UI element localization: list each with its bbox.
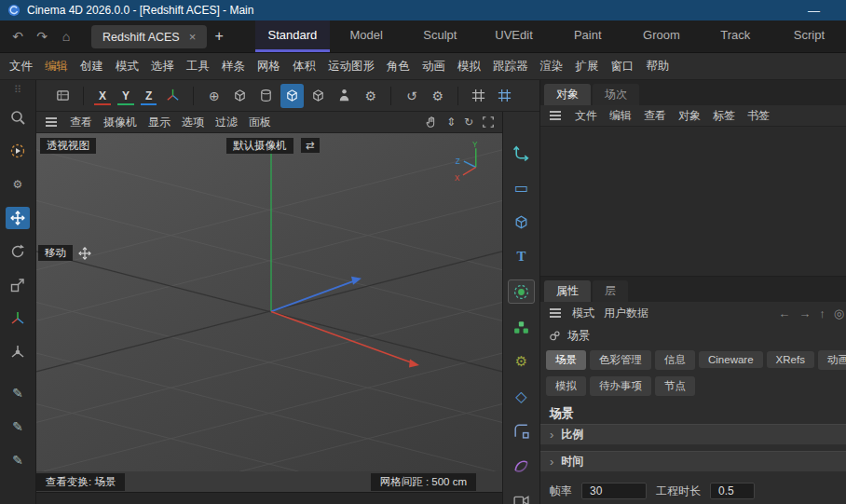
cloner-button[interactable] xyxy=(509,316,534,338)
category-xrefs-button[interactable]: XRefs xyxy=(767,351,814,368)
coordinate-system-button[interactable] xyxy=(6,341,30,363)
category-scene-button[interactable]: 场景 xyxy=(546,350,586,370)
menu-item-tracker[interactable]: 跟踪器 xyxy=(493,59,528,75)
live-selection-button[interactable] xyxy=(6,140,30,162)
metaball-button[interactable]: ◇ xyxy=(509,385,534,407)
category-nodes-button[interactable]: 节点 xyxy=(655,376,695,396)
category-info-button[interactable]: 信息 xyxy=(655,350,695,370)
tab-attributes[interactable]: 属性 xyxy=(544,280,591,302)
character-tool-button[interactable] xyxy=(333,84,356,108)
grip-handle-icon[interactable]: ⠿ xyxy=(6,84,30,95)
close-tab-icon[interactable]: × xyxy=(189,30,197,44)
tab-objects[interactable]: 对象 xyxy=(544,84,591,105)
workspace-tab-sculpt[interactable]: Sculpt xyxy=(403,20,477,52)
menu-item-tools[interactable]: 工具 xyxy=(186,59,210,75)
search-commander-button[interactable] xyxy=(6,106,30,129)
pan-hand-icon[interactable] xyxy=(425,116,438,129)
back-icon[interactable]: ← xyxy=(778,306,790,320)
undo-button[interactable]: ↶ xyxy=(6,20,30,52)
tweak-mode-button[interactable]: ⚙ xyxy=(6,173,30,196)
axis-tool-button[interactable] xyxy=(6,307,30,330)
vp-menu-options[interactable]: 选项 xyxy=(182,115,204,130)
user-data-dropdown[interactable]: 用户数据 xyxy=(604,306,648,321)
spline-pen-button[interactable]: ✎ xyxy=(6,449,30,471)
group-scale[interactable]: › 比例 xyxy=(540,424,846,445)
menu-item-spline[interactable]: 样条 xyxy=(222,59,245,75)
attribute-menu-icon[interactable] xyxy=(550,312,561,314)
workspace-tab-paint[interactable]: Paint xyxy=(551,20,624,52)
menu-item-mograph[interactable]: 运动图形 xyxy=(328,59,375,75)
forward-icon[interactable]: → xyxy=(798,306,811,320)
fps-input[interactable]: 30 xyxy=(581,483,647,499)
scale-tool-button[interactable] xyxy=(6,274,30,296)
axis-lock-x-button[interactable]: X xyxy=(94,87,111,105)
frame-all-icon[interactable] xyxy=(482,116,495,129)
om-menu-view[interactable]: 查看 xyxy=(644,108,666,124)
category-cineware-button[interactable]: Cineware xyxy=(699,351,763,368)
sketch-tool-button[interactable]: ✎ xyxy=(6,415,30,438)
om-menu-edit[interactable]: 编辑 xyxy=(609,108,632,124)
workspace-tab-standard[interactable]: Standard xyxy=(255,20,329,52)
vp-menu-cameras[interactable]: 摄像机 xyxy=(103,115,137,130)
object-list[interactable] xyxy=(540,127,846,277)
rotate-tool-button[interactable] xyxy=(6,240,30,263)
mode-dropdown[interactable]: 模式 xyxy=(572,306,594,321)
vp-menu-filter[interactable]: 过滤 xyxy=(215,115,238,130)
camera-name-label[interactable]: 默认摄像机 xyxy=(226,138,293,154)
vp-menu-view[interactable]: 查看 xyxy=(70,115,92,130)
object-manager-menu-icon[interactable] xyxy=(550,115,561,116)
text-object-button[interactable]: T xyxy=(509,245,534,267)
quantize-button[interactable] xyxy=(493,84,516,108)
minimize-button[interactable]: — xyxy=(808,4,820,18)
coordinate-mode-button[interactable] xyxy=(161,84,184,108)
om-menu-file[interactable]: 文件 xyxy=(575,108,597,124)
workspace-tab-groom[interactable]: Groom xyxy=(624,20,698,52)
workspace-tab-script[interactable]: Script xyxy=(772,20,846,52)
object-mode-button[interactable] xyxy=(280,84,304,108)
workplane-button[interactable] xyxy=(51,84,75,108)
spline-pen-tool-button[interactable] xyxy=(509,142,534,164)
generator-button[interactable] xyxy=(508,279,535,304)
home-button[interactable]: ⌂ xyxy=(54,20,78,52)
om-menu-bookmarks[interactable]: 书签 xyxy=(747,108,770,124)
texture-mode-button[interactable] xyxy=(307,84,330,108)
viewport-menu-icon[interactable] xyxy=(46,121,57,123)
menu-item-mesh[interactable]: 网格 xyxy=(257,59,280,75)
om-menu-objects[interactable]: 对象 xyxy=(678,108,701,124)
menu-item-volume[interactable]: 体积 xyxy=(293,59,316,75)
make-editable-button[interactable] xyxy=(228,84,252,108)
dolly-icon[interactable]: ⇕ xyxy=(446,116,456,129)
pen-tool-button[interactable]: ✎ xyxy=(6,382,30,404)
menu-item-simulate[interactable]: 模拟 xyxy=(457,59,481,75)
om-menu-tags[interactable]: 标签 xyxy=(713,108,735,124)
category-color-management-button[interactable]: 色彩管理 xyxy=(590,350,651,370)
menu-item-select[interactable]: 选择 xyxy=(151,59,174,75)
tab-takes[interactable]: 场次 xyxy=(593,84,639,105)
viewport-name-label[interactable]: 透视视图 xyxy=(40,138,96,154)
camera-swap-icon[interactable]: ⇄ xyxy=(301,138,320,153)
effector-button[interactable]: ⚙ xyxy=(509,350,534,373)
character-settings-button[interactable]: ⚙ xyxy=(359,84,382,108)
bend-deformer-button[interactable] xyxy=(509,454,534,476)
model-mode-button[interactable] xyxy=(254,84,278,108)
reset-psr-button[interactable]: ↺ xyxy=(400,84,423,108)
up-icon[interactable]: ↑ xyxy=(819,306,826,320)
menu-item-character[interactable]: 角色 xyxy=(387,59,410,75)
duration-input[interactable]: 0.5 xyxy=(710,483,755,499)
group-time[interactable]: › 时间 xyxy=(540,451,846,472)
vp-menu-panel[interactable]: 面板 xyxy=(249,115,271,130)
orbit-icon[interactable]: ↻ xyxy=(464,116,473,129)
axis-lock-y-button[interactable]: Y xyxy=(117,87,134,105)
menu-item-file[interactable]: 文件 xyxy=(9,59,33,75)
grid-snap-button[interactable] xyxy=(467,84,490,108)
document-tab[interactable]: Redshift ACES × xyxy=(91,25,207,48)
menu-item-help[interactable]: 帮助 xyxy=(647,59,670,75)
spline-wrap-button[interactable] xyxy=(509,419,534,442)
axis-gizmo[interactable]: Y Z X xyxy=(452,139,495,185)
menu-item-animate[interactable]: 动画 xyxy=(422,59,445,75)
category-todo-button[interactable]: 待办事项 xyxy=(590,376,651,396)
menu-item-edit[interactable]: 编辑 xyxy=(45,59,68,75)
vp-menu-display[interactable]: 显示 xyxy=(148,115,171,130)
menu-item-mode[interactable]: 模式 xyxy=(116,59,139,75)
move-tool-button[interactable] xyxy=(6,207,30,229)
